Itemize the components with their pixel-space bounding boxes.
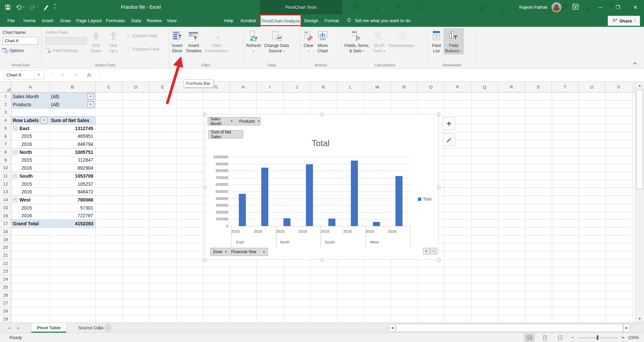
zoom-slider-thumb[interactable] xyxy=(597,335,598,340)
selection-handle[interactable] xyxy=(437,113,440,116)
column-header-B[interactable]: B xyxy=(50,82,96,93)
row-header-10[interactable]: 10 xyxy=(0,164,11,172)
chart-value-button[interactable]: Sum of Net Sales xyxy=(208,130,243,138)
row-header-20[interactable]: 20 xyxy=(0,243,11,251)
column-header-N[interactable]: N xyxy=(391,82,418,93)
zoom-level[interactable]: 100% xyxy=(628,333,639,342)
tab-design[interactable]: Design xyxy=(304,14,318,27)
sheet-tab-pivot-table[interactable]: Pivot Table xyxy=(31,323,66,333)
pivot-cell-A1[interactable]: Sales Month xyxy=(11,93,50,101)
row-header-11[interactable]: 11 xyxy=(0,172,11,180)
row-header-25[interactable]: 25 xyxy=(0,283,11,291)
zoom-in-button[interactable]: + xyxy=(621,333,624,342)
pivot-cell-A5[interactable]: −East xyxy=(11,124,50,132)
pivot-cell-A6[interactable]: 2015 xyxy=(11,132,50,140)
column-header-O[interactable]: O xyxy=(418,82,444,93)
pivot-cell-A12[interactable]: 2015 xyxy=(11,180,50,188)
pivot-cell-A16[interactable]: 2016 xyxy=(11,212,50,220)
pivot-cell-A10[interactable]: 2016 xyxy=(11,164,50,172)
options-button[interactable]: Options xyxy=(2,48,24,53)
column-header-V[interactable]: V xyxy=(605,82,632,93)
name-box[interactable]: ▼ xyxy=(3,70,44,79)
horizontal-scrollbar-thumb[interactable] xyxy=(396,324,623,332)
pivot-cell-A14[interactable]: −West xyxy=(11,196,50,204)
pivot-cell-B5[interactable]: 1312745 xyxy=(50,124,96,132)
row-header-28[interactable]: 28 xyxy=(0,307,11,315)
sheet-nav-right-icon[interactable]: ► xyxy=(17,323,20,333)
column-header-T[interactable]: T xyxy=(552,82,579,93)
insert-slicer-button[interactable]: InsertSlicer xyxy=(170,28,184,54)
row-header-8[interactable]: 8 xyxy=(0,148,11,156)
row-header-3[interactable]: 3 xyxy=(0,108,11,116)
tab-home[interactable]: Home xyxy=(23,14,36,27)
select-all-corner[interactable] xyxy=(0,82,11,93)
close-button[interactable]: ✕ xyxy=(627,0,644,14)
column-header-Q[interactable]: Q xyxy=(471,82,498,93)
row-labels-dropdown-icon[interactable]: ▼ xyxy=(41,117,47,123)
column-header-A[interactable]: A xyxy=(11,82,50,93)
pivot-cell-A11[interactable]: −South xyxy=(11,172,50,180)
selection-handle[interactable] xyxy=(320,113,324,116)
pivot-cell-B15[interactable]: 57301 xyxy=(50,204,96,212)
column-header-K[interactable]: K xyxy=(310,82,337,93)
save-icon[interactable] xyxy=(5,4,11,10)
tab-format[interactable]: Format xyxy=(325,14,339,27)
minimize-button[interactable]: ─ xyxy=(592,0,609,14)
share-button[interactable]: Share ˅ xyxy=(608,16,640,26)
field-list-button[interactable]: FieldList xyxy=(429,28,443,55)
column-header-R[interactable]: R xyxy=(498,82,525,93)
tab-file[interactable]: File xyxy=(7,14,15,27)
pivot-cell-A9[interactable]: 2015 xyxy=(11,156,50,164)
row-header-15[interactable]: 15 xyxy=(0,204,11,212)
tell-me-box[interactable]: Tell me what you want to do xyxy=(346,14,411,27)
row-header-22[interactable]: 22 xyxy=(0,260,11,268)
selection-handle[interactable] xyxy=(437,259,440,262)
tab-view[interactable]: View xyxy=(167,14,176,27)
pivot-cell-A15[interactable]: 2015 xyxy=(11,204,50,212)
pivot-cell-B12[interactable]: 105237 xyxy=(50,180,96,188)
collapse-minus-icon[interactable]: − xyxy=(13,126,17,130)
row-header-5[interactable]: 5 xyxy=(0,124,11,132)
restore-button[interactable]: ❐ xyxy=(609,0,627,14)
row-header-4[interactable]: 4 xyxy=(0,116,11,124)
page-layout-view-button[interactable] xyxy=(539,334,550,342)
collapse-minus-icon[interactable]: − xyxy=(13,198,17,202)
format-painter-icon[interactable] xyxy=(43,4,49,10)
pivot-cell-B6[interactable]: 465951 xyxy=(50,132,96,140)
name-box-input[interactable] xyxy=(4,72,35,77)
ribbon-display-options-icon[interactable] xyxy=(572,3,581,12)
row-header-14[interactable]: 14 xyxy=(0,196,11,204)
pivot-cell-B11[interactable]: 1053709 xyxy=(50,172,96,180)
scrollbar-grip[interactable]: ⋮ xyxy=(384,325,388,330)
row-header-26[interactable]: 26 xyxy=(0,291,11,299)
row-header-2[interactable]: 2 xyxy=(0,101,11,109)
row-header-27[interactable]: 27 xyxy=(0,299,11,307)
sheet-tab-source-data[interactable]: Source Data xyxy=(73,323,109,333)
column-header-U[interactable]: U xyxy=(579,82,605,93)
undo-dropdown-icon[interactable]: ˅ xyxy=(23,5,24,9)
scroll-up-icon[interactable]: ▲ xyxy=(637,82,643,89)
column-header-H[interactable]: H xyxy=(230,82,257,93)
scroll-left-icon[interactable]: ◄ xyxy=(389,324,395,332)
pivot-cell-A7[interactable]: 2016 xyxy=(11,140,50,148)
chart-field-button-products[interactable]: Products▼ xyxy=(236,117,261,125)
pivot-cell-B8[interactable]: 1005751 xyxy=(50,148,96,156)
pivot-cell-A13[interactable]: 2016 xyxy=(11,188,50,196)
pivot-cell-A17[interactable]: Grand Total xyxy=(11,220,50,228)
chart-axis-button-zone[interactable]: Zone▼ xyxy=(210,248,228,256)
selection-handle[interactable] xyxy=(203,259,207,262)
row-header-1[interactable]: 1 xyxy=(0,93,11,101)
pivot-cell-B7[interactable]: 846794 xyxy=(50,140,96,148)
zoom-out-button[interactable]: − xyxy=(571,333,574,342)
formula-bar-grip[interactable]: ⋮ xyxy=(49,71,53,76)
row-header-24[interactable]: 24 xyxy=(0,275,11,283)
filter-dropdown-icon[interactable]: ▼ xyxy=(88,101,94,108)
chart-field-button-sales-month[interactable]: Sales Month▼ xyxy=(208,117,236,125)
tab-review[interactable]: Review xyxy=(147,14,162,27)
normal-view-button[interactable] xyxy=(524,334,535,342)
move-chart-button[interactable]: MoveChart xyxy=(316,28,330,55)
collapse-minus-icon[interactable]: − xyxy=(13,150,17,154)
insert-timeline-button[interactable]: InsertTimeline xyxy=(184,28,203,54)
collapse-buttons-minus[interactable]: − xyxy=(430,248,437,254)
scroll-right-icon[interactable]: ► xyxy=(624,324,630,332)
